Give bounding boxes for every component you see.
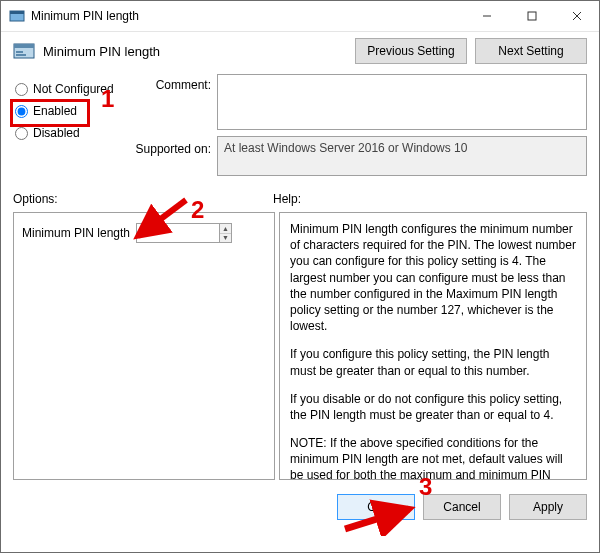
comment-label: Comment: [131, 74, 217, 130]
apply-button[interactable]: Apply [509, 494, 587, 520]
section-labels: Options: Help: [1, 182, 599, 208]
ok-button[interactable]: OK [337, 494, 415, 520]
radio-label: Enabled [33, 104, 77, 118]
config-area: Not Configured Enabled Disabled Comment:… [1, 74, 599, 182]
maximize-button[interactable] [509, 1, 554, 31]
comment-field[interactable] [217, 74, 587, 130]
policy-header-icon [13, 40, 35, 62]
help-text: If you configure this policy setting, th… [290, 346, 576, 378]
svg-rect-9 [16, 54, 26, 56]
spin-buttons[interactable]: ▲ ▼ [219, 224, 231, 242]
help-text: Minimum PIN length configures the minimu… [290, 221, 576, 334]
panels: Minimum PIN length ▲ ▼ Minimum PIN lengt… [1, 208, 599, 488]
window-title: Minimum PIN length [31, 9, 464, 23]
svg-rect-1 [10, 11, 24, 14]
footer: OK Cancel Apply [1, 488, 599, 528]
dialog-window: Minimum PIN length Minimum PIN length Pr… [0, 0, 600, 553]
options-label: Options: [13, 192, 273, 206]
min-pin-length-field[interactable]: ▲ ▼ [136, 223, 232, 243]
window-controls [464, 1, 599, 31]
spin-down-icon[interactable]: ▼ [220, 234, 231, 243]
help-text: NOTE: If the above specified conditions … [290, 435, 576, 480]
help-panel: Minimum PIN length configures the minimu… [279, 212, 587, 480]
policy-icon [9, 8, 25, 24]
radio-enabled-input[interactable] [15, 105, 28, 118]
min-pin-length-input[interactable] [137, 224, 219, 242]
radio-label: Disabled [33, 126, 80, 140]
header-row: Minimum PIN length Previous Setting Next… [1, 32, 599, 74]
radio-disabled[interactable]: Disabled [13, 122, 131, 144]
close-button[interactable] [554, 1, 599, 31]
options-panel: Minimum PIN length ▲ ▼ [13, 212, 275, 480]
svg-rect-3 [528, 12, 536, 20]
next-setting-button[interactable]: Next Setting [475, 38, 587, 64]
policy-name: Minimum PIN length [43, 44, 347, 59]
previous-setting-button[interactable]: Previous Setting [355, 38, 467, 64]
cancel-button[interactable]: Cancel [423, 494, 501, 520]
title-bar: Minimum PIN length [1, 1, 599, 32]
option-label: Minimum PIN length [22, 226, 130, 240]
supported-field: At least Windows Server 2016 or Windows … [217, 136, 587, 176]
radio-disabled-input[interactable] [15, 127, 28, 140]
radio-not-configured-input[interactable] [15, 83, 28, 96]
radio-not-configured[interactable]: Not Configured [13, 78, 131, 100]
radio-label: Not Configured [33, 82, 114, 96]
supported-label: Supported on: [131, 136, 217, 176]
svg-rect-7 [14, 44, 34, 48]
radio-enabled[interactable]: Enabled [13, 100, 131, 122]
help-label: Help: [273, 192, 587, 206]
state-radios: Not Configured Enabled Disabled [13, 74, 131, 176]
spin-up-icon[interactable]: ▲ [220, 224, 231, 234]
svg-rect-8 [16, 51, 23, 53]
option-row: Minimum PIN length ▲ ▼ [22, 223, 266, 243]
minimize-button[interactable] [464, 1, 509, 31]
help-text: If you disable or do not configure this … [290, 391, 576, 423]
